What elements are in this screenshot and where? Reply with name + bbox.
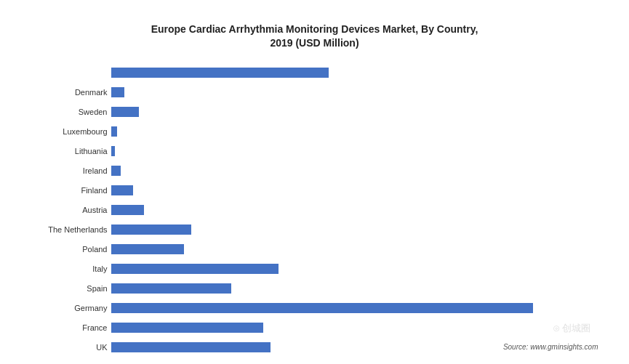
watermark: ⊙ 创城圈 — [553, 322, 591, 335]
bar-label: UK — [31, 343, 108, 352]
bar — [111, 264, 279, 274]
bar — [111, 303, 533, 313]
bar-label: Lithuania — [31, 147, 108, 155]
bar-row: The Netherlands — [111, 221, 584, 238]
bar-label: Italy — [31, 264, 108, 273]
bar-row: Finland — [111, 182, 584, 199]
bar — [111, 283, 231, 294]
bar-row: Spain — [111, 280, 584, 297]
bar — [111, 146, 116, 156]
bar-label: Finland — [31, 186, 108, 195]
bar — [111, 166, 121, 176]
bar — [111, 244, 184, 254]
bar — [111, 185, 133, 195]
bar-label: France — [31, 323, 108, 332]
bar-row: Sweden — [111, 103, 584, 121]
chart-body: DenmarkSwedenLuxembourgLithuaniaIrelandF… — [111, 64, 584, 358]
bar-label: Ireland — [31, 166, 108, 175]
bar — [111, 107, 139, 117]
chart-container: Europe Cardiac Arrhythmia Monitoring Dev… — [17, 8, 613, 357]
bar — [111, 225, 191, 235]
bar-label: Denmark — [31, 88, 108, 97]
title-line2: 2019 (USD Million) — [270, 37, 358, 49]
bar-row: France — [111, 319, 584, 336]
bar-label: Sweden — [31, 108, 108, 116]
bar — [111, 205, 144, 215]
bar-label: Spain — [31, 284, 108, 293]
bar-row: Poland — [111, 240, 584, 258]
bar-label: Austria — [31, 206, 108, 214]
bar-row-top — [111, 64, 584, 81]
bar-row: Denmark — [111, 84, 584, 101]
bar-label: Poland — [31, 245, 108, 254]
title-line1: Europe Cardiac Arrhythmia Monitoring Dev… — [151, 23, 478, 35]
chart-title: Europe Cardiac Arrhythmia Monitoring Dev… — [31, 23, 598, 51]
bar-row: Germany — [111, 299, 584, 317]
bar-label: Luxembourg — [31, 127, 108, 136]
bar-row: Lithuania — [111, 142, 584, 160]
bar — [111, 126, 117, 137]
bar-label: Germany — [31, 304, 108, 312]
bar — [111, 87, 125, 97]
bar-row: Italy — [111, 260, 584, 278]
bar-row: Ireland — [111, 162, 584, 179]
bar-row: Austria — [111, 201, 584, 219]
bar — [111, 342, 271, 352]
bar-top — [111, 68, 329, 78]
bar-label: The Netherlands — [31, 225, 108, 234]
source-text: Source: www.gminsights.com — [503, 343, 598, 351]
bar-row: Luxembourg — [111, 123, 584, 140]
bar — [111, 323, 264, 333]
